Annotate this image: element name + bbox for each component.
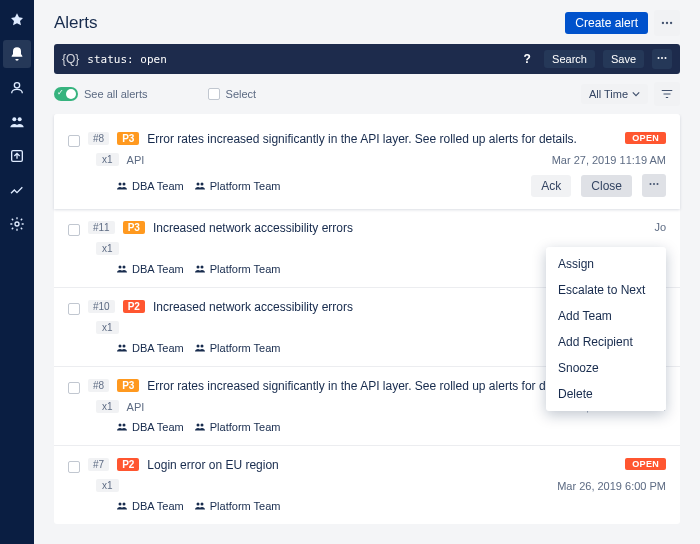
filter-row: ✓ See all alerts Select All Time (34, 74, 700, 114)
team-chip: Platform Team (194, 263, 281, 275)
menu-escalate[interactable]: Escalate to Next (546, 277, 666, 303)
svg-point-1 (12, 117, 16, 121)
count-badge: x1 (96, 153, 119, 166)
svg-point-30 (119, 503, 122, 506)
status-badge: OPEN (625, 132, 666, 144)
nav-settings-icon[interactable] (3, 210, 31, 238)
team-label: Platform Team (210, 180, 281, 192)
nav-user-icon[interactable] (3, 74, 31, 102)
priority-badge: P3 (117, 379, 139, 392)
menu-assign[interactable]: Assign (546, 251, 666, 277)
team-label: Platform Team (210, 421, 281, 433)
team-icon (194, 180, 206, 192)
alert-id: #8 (88, 132, 109, 145)
filter-settings-button[interactable] (654, 82, 680, 106)
svg-point-9 (661, 57, 663, 59)
svg-point-25 (200, 345, 203, 348)
alert-card[interactable]: #11 P3 Increased network accessibility e… (54, 209, 680, 287)
menu-snooze[interactable]: Snooze (546, 355, 666, 381)
status-badge: OPEN (625, 458, 666, 470)
priority-badge: P3 (117, 132, 139, 145)
svg-point-4 (15, 222, 19, 226)
team-chip: DBA Team (116, 263, 184, 275)
svg-point-8 (658, 57, 660, 59)
header: Alerts Create alert (34, 0, 700, 44)
nav-alerts-icon[interactable] (3, 40, 31, 68)
svg-point-15 (650, 183, 652, 185)
alert-card[interactable]: #7 P2 Login error on EU region OPEN x1 M… (54, 445, 680, 524)
svg-point-32 (196, 503, 199, 506)
priority-badge: P2 (117, 458, 139, 471)
team-chip: Platform Team (194, 421, 281, 433)
sidebar (0, 0, 34, 544)
priority-badge: P2 (123, 300, 145, 313)
alert-checkbox[interactable] (68, 224, 80, 236)
time-filter-label: All Time (589, 88, 628, 100)
priority-badge: P3 (123, 221, 145, 234)
save-query-button[interactable]: Save (603, 50, 644, 68)
see-all-toggle[interactable]: ✓ (54, 87, 78, 101)
time-filter[interactable]: All Time (581, 84, 648, 104)
count-badge: x1 (96, 479, 119, 492)
svg-point-23 (123, 345, 126, 348)
menu-add-recipient[interactable]: Add Recipient (546, 329, 666, 355)
ack-button[interactable]: Ack (531, 175, 571, 197)
menu-add-team[interactable]: Add Team (546, 303, 666, 329)
help-icon[interactable]: ? (518, 52, 536, 66)
alert-id: #8 (88, 379, 109, 392)
alert-tag: API (127, 154, 145, 166)
svg-point-18 (119, 266, 122, 269)
alert-title: Error rates increased significantly in t… (147, 132, 617, 146)
team-label: Platform Team (210, 263, 281, 275)
team-label: Platform Team (210, 500, 281, 512)
team-chip: Platform Team (194, 342, 281, 354)
nav-export-icon[interactable] (3, 142, 31, 170)
team-icon (116, 180, 128, 192)
team-chip: DBA Team (116, 342, 184, 354)
svg-point-29 (200, 424, 203, 427)
alert-time: Mar 27, 2019 11:19 AM (552, 154, 666, 166)
logo-icon[interactable] (3, 6, 31, 34)
svg-point-14 (200, 182, 203, 185)
svg-point-20 (196, 266, 199, 269)
svg-point-26 (119, 424, 122, 427)
svg-point-7 (670, 22, 672, 24)
svg-point-12 (123, 182, 126, 185)
svg-point-10 (665, 57, 667, 59)
menu-delete[interactable]: Delete (546, 381, 666, 407)
alert-checkbox[interactable] (68, 382, 80, 394)
count-badge: x1 (96, 321, 119, 334)
alert-title: Increased network accessibility errors (153, 221, 646, 235)
svg-point-6 (666, 22, 668, 24)
alert-checkbox[interactable] (68, 303, 80, 315)
search-button[interactable]: Search (544, 50, 595, 68)
svg-point-27 (123, 424, 126, 427)
alert-time-truncated: Jo (654, 221, 666, 233)
see-all-label: See all alerts (84, 88, 148, 100)
team-label: DBA Team (132, 342, 184, 354)
braces-icon: {Q} (62, 52, 79, 66)
close-button[interactable]: Close (581, 175, 632, 197)
team-chip: Platform Team (194, 180, 281, 192)
team-chip: Platform Team (194, 500, 281, 512)
svg-point-16 (653, 183, 655, 185)
alert-checkbox[interactable] (68, 461, 80, 473)
select-all-checkbox[interactable] (208, 88, 220, 100)
alert-more-button[interactable] (642, 174, 666, 197)
alert-id: #10 (88, 300, 115, 313)
alert-list: #8 P3 Error rates increased significantl… (34, 114, 700, 544)
svg-point-17 (657, 183, 659, 185)
team-label: DBA Team (132, 421, 184, 433)
alert-card[interactable]: #8 P3 Error rates increased significantl… (54, 114, 680, 209)
query-more-button[interactable] (652, 49, 672, 69)
alert-checkbox[interactable] (68, 135, 80, 147)
alert-title: Login error on EU region (147, 458, 617, 472)
nav-teams-icon[interactable] (3, 108, 31, 136)
create-alert-button[interactable]: Create alert (565, 12, 648, 34)
alert-id: #11 (88, 221, 115, 234)
nav-reports-icon[interactable] (3, 176, 31, 204)
alert-tag: API (127, 401, 145, 413)
svg-point-11 (119, 182, 122, 185)
query-bar[interactable]: {Q} status: open ? Search Save (54, 44, 680, 74)
header-more-button[interactable] (654, 10, 680, 36)
